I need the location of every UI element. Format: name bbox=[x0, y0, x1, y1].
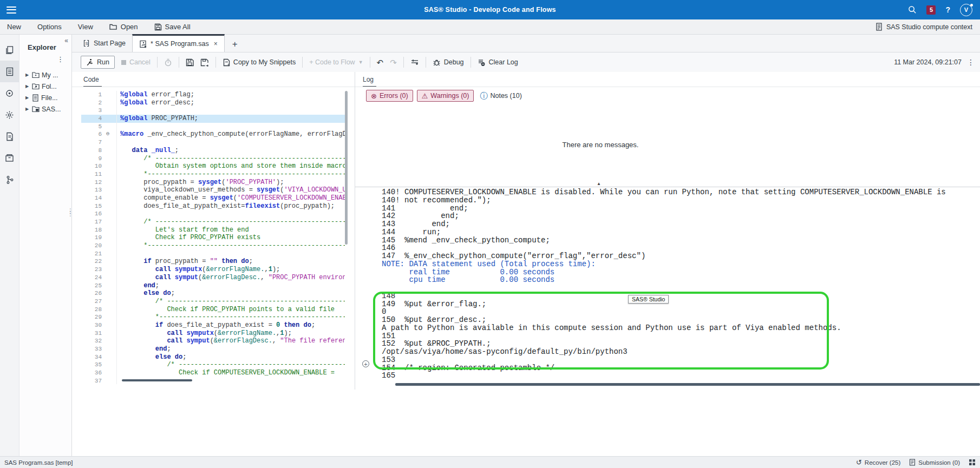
code-line[interactable]: 18 Let's start from the end bbox=[81, 226, 345, 234]
close-tab-icon[interactable]: × bbox=[214, 40, 218, 48]
code-line[interactable]: 20 *------------------------------------… bbox=[81, 242, 345, 250]
tab-start-page[interactable]: S Start Page bbox=[76, 35, 132, 52]
code-line[interactable]: 22 if proc_pypath = "" then do; bbox=[81, 258, 345, 266]
code-line[interactable]: 35 /* ----------------------------------… bbox=[81, 361, 345, 369]
code-line[interactable]: 34 else do; bbox=[81, 353, 345, 361]
log-section-divider[interactable] bbox=[355, 187, 980, 187]
explorer-menu-icon[interactable]: ⋮ bbox=[57, 55, 64, 63]
redo-button[interactable]: ↷ bbox=[390, 58, 397, 67]
toolbar-more-icon[interactable]: ⋮ bbox=[967, 58, 975, 67]
cancel-button[interactable]: Cancel bbox=[121, 58, 151, 66]
code-line[interactable]: 30 if does_file_at_pypath_exist = 0 then… bbox=[81, 321, 345, 329]
expand-arrow-icon[interactable]: ▶ bbox=[25, 107, 30, 111]
menu-view[interactable]: View bbox=[78, 23, 93, 31]
avatar[interactable]: V bbox=[960, 4, 972, 16]
code-line[interactable]: 23 call symputx(&errorFlagName.,1); bbox=[81, 266, 345, 274]
new-tab-button[interactable]: + bbox=[232, 39, 238, 52]
line-number: 22 bbox=[81, 258, 106, 266]
collapse-section-icon[interactable]: ▲ bbox=[597, 181, 601, 186]
tree-item-sas-server[interactable]: ▶ SAS... bbox=[25, 103, 71, 115]
code-line[interactable]: 32 call symput(&errorFlagDesc., "The fil… bbox=[81, 337, 345, 345]
code-line[interactable]: 8 data _null_; bbox=[81, 147, 345, 155]
expand-arrow-icon[interactable]: ▶ bbox=[25, 84, 30, 89]
code-line[interactable]: 36 Check if COMPUTESERVER_LOCKDOWN_ENABL… bbox=[81, 369, 345, 377]
menu-new[interactable]: New bbox=[7, 23, 21, 31]
submission-button[interactable]: Submission (0) bbox=[909, 459, 960, 466]
save-as-button[interactable] bbox=[200, 58, 209, 67]
code-line[interactable]: 17 /* ----------------------------------… bbox=[81, 218, 345, 226]
code-horizontal-scrollbar[interactable] bbox=[122, 379, 192, 381]
fold-collapse-icon[interactable]: ⊖ bbox=[106, 130, 117, 139]
code-line[interactable]: 16 bbox=[81, 210, 345, 218]
rail-snippets-icon[interactable] bbox=[0, 126, 19, 147]
rail-tasks-icon[interactable] bbox=[0, 147, 19, 169]
rail-steps-icon[interactable] bbox=[0, 104, 19, 126]
clear-log-button[interactable]: Clear Log bbox=[478, 58, 518, 67]
run-button[interactable]: Run bbox=[81, 56, 115, 69]
log-line: 148 bbox=[382, 292, 980, 300]
undo-button[interactable]: ↶ bbox=[377, 58, 384, 67]
search-icon[interactable] bbox=[908, 5, 917, 14]
code-to-flow-button[interactable]: + Code to Flow▼ bbox=[309, 58, 363, 66]
compute-context[interactable]: SAS Studio compute context bbox=[876, 23, 972, 31]
menu-open[interactable]: Open bbox=[109, 23, 138, 31]
code-tab-label[interactable]: Code bbox=[83, 76, 99, 83]
code-vertical-scrollbar[interactable] bbox=[345, 91, 348, 245]
copy-to-snippets-button[interactable]: Copy to My Snippets bbox=[223, 58, 296, 67]
code-line[interactable]: 11 *------------------------------------… bbox=[81, 170, 345, 179]
code-line[interactable]: 29 *------------------------------------… bbox=[81, 313, 345, 321]
rail-flows-icon[interactable] bbox=[0, 169, 19, 190]
code-line[interactable]: 33 end; bbox=[81, 345, 345, 353]
notifications-badge[interactable]: 5 bbox=[926, 5, 936, 15]
code-line[interactable]: 1%global error_flag; bbox=[81, 91, 345, 99]
tree-item-folder-shortcuts[interactable]: ▶ Fol... bbox=[25, 81, 71, 92]
code-line[interactable]: 31 call symputx(&errorFlagName.,1); bbox=[81, 329, 345, 338]
debug-button[interactable]: Debug bbox=[433, 58, 464, 67]
rail-data-icon[interactable] bbox=[0, 82, 19, 104]
tree-item-my-folder[interactable]: ▶ My ... bbox=[25, 69, 71, 81]
tree-item-files[interactable]: ▶ File... bbox=[25, 92, 71, 103]
code-line[interactable]: 27 /* ----------------------------------… bbox=[81, 298, 345, 306]
code-line[interactable]: 9 /* -----------------------------------… bbox=[81, 155, 345, 163]
code-line[interactable]: 13 viya_lockdown_user_methods = sysget('… bbox=[81, 186, 345, 194]
code-line[interactable]: 21 bbox=[81, 250, 345, 258]
tab-sas-program[interactable]: * SAS Program.sas × bbox=[132, 34, 225, 52]
log-line: 141 end; bbox=[382, 205, 980, 213]
code-line[interactable]: 7 bbox=[81, 139, 345, 147]
code-line[interactable]: 19 Check if PROC_PYPATH exists bbox=[81, 234, 345, 242]
code-line[interactable]: 28 Check if PROC_PYPATH points to a vali… bbox=[81, 306, 345, 314]
log-horizontal-scrollbar[interactable] bbox=[395, 383, 980, 386]
expand-arrow-icon[interactable]: ▶ bbox=[25, 72, 30, 77]
code-line[interactable]: 2%global error_desc; bbox=[81, 99, 345, 107]
menu-save-all[interactable]: Save All bbox=[154, 23, 191, 31]
code-line[interactable]: 24 call symput(&errorFlagDesc., "PROC_PY… bbox=[81, 274, 345, 282]
expand-region-icon[interactable]: + bbox=[362, 360, 369, 367]
recover-button[interactable]: ↺Recover (25) bbox=[856, 458, 900, 466]
code-line[interactable]: 4%global PROC_PYPATH; bbox=[81, 115, 345, 123]
fold-gutter bbox=[106, 282, 117, 290]
code-line[interactable]: 15 does_file_at_pypath_exist=fileexist(p… bbox=[81, 202, 345, 210]
log-tab-label[interactable]: Log bbox=[363, 76, 374, 83]
save-button[interactable] bbox=[186, 58, 194, 67]
help-icon[interactable]: ? bbox=[945, 5, 950, 14]
warnings-filter[interactable]: ⚠Warnings (0) bbox=[417, 90, 474, 102]
rail-documents-icon[interactable] bbox=[0, 39, 19, 61]
code-line[interactable]: 14 compute_enable = sysget('COMPUTESERVE… bbox=[81, 194, 345, 202]
errors-filter[interactable]: ⊗Errors (0) bbox=[366, 90, 413, 102]
expand-arrow-icon[interactable]: ▶ bbox=[25, 95, 30, 100]
layout-grid-icon[interactable] bbox=[969, 459, 976, 466]
code-line[interactable]: 12 proc_pypath = sysget('PROC_PYPATH'); bbox=[81, 179, 345, 187]
code-line[interactable]: 3 bbox=[81, 107, 345, 115]
code-line[interactable]: 6⊖%macro _env_check_python_compute(error… bbox=[81, 130, 345, 139]
code-line[interactable]: 5 bbox=[81, 123, 345, 131]
collapse-panel-icon[interactable]: « bbox=[64, 37, 68, 44]
code-line[interactable]: 26 else do; bbox=[81, 289, 345, 298]
rail-program-icon[interactable] bbox=[0, 61, 19, 82]
notes-filter[interactable]: ⓘNotes (10) bbox=[480, 92, 521, 100]
history-button[interactable] bbox=[164, 58, 172, 67]
code-line[interactable]: 37 bbox=[81, 377, 345, 384]
code-line[interactable]: 10 Obtain system options and store them … bbox=[81, 162, 345, 170]
editor-settings-button[interactable] bbox=[410, 58, 419, 66]
menu-options[interactable]: Options bbox=[37, 23, 62, 31]
code-line[interactable]: 25 end; bbox=[81, 282, 345, 290]
